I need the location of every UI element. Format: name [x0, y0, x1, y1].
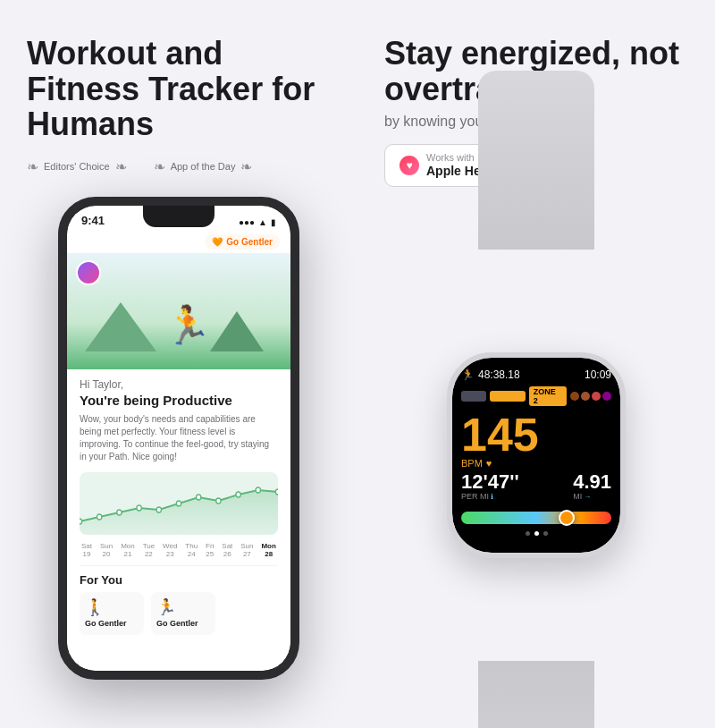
pace-value: 12'47'' [461, 472, 519, 492]
phone-content: Hi Taylor, You're being Productive Wow, … [67, 369, 290, 671]
watch-slider-area [461, 512, 611, 531]
signal-icon: ●●● [239, 217, 255, 227]
zone-dot-3 [592, 392, 601, 401]
app-of-day-label: App of the Day [171, 161, 236, 172]
watch-screen: 🏃 48:38.18 10:09 ZONE 2 [452, 358, 620, 553]
watch-mockup: 🏃 48:38.18 10:09 ZONE 2 [411, 205, 661, 706]
watch-stat-distance: 4.91 MI → [573, 472, 611, 501]
bpm-value: 145 [461, 411, 611, 458]
zone-dot-4 [602, 392, 611, 401]
phone-notch [143, 206, 214, 227]
distance-label: MI → [573, 492, 611, 501]
zone-dot-1 [570, 392, 579, 401]
watch-dot-3 [543, 531, 548, 536]
laurel-left-1: ❧ [27, 158, 38, 175]
watch-slider-handle [559, 510, 575, 526]
app-name-label: Go Gentler [226, 237, 273, 247]
card-icon-2: 🏃 [156, 597, 210, 617]
chart-date-sat26: Sat26 [222, 542, 232, 558]
svg-point-5 [176, 501, 181, 506]
svg-point-6 [197, 495, 201, 500]
badges-row: ❧ Editors' Choice ❧ ❧ App of the Day ❧ [27, 158, 252, 175]
app-of-day-badge: ❧ App of the Day ❧ [154, 158, 253, 175]
bpm-section: 145 BPM ♥ [461, 411, 611, 469]
phone-mockup: 9:41 ●●● ▲ ▮ 🧡 Go Gentler [58, 197, 299, 680]
watch-body: 🏃 48:38.18 10:09 ZONE 2 [447, 352, 626, 558]
watch-slider-track [461, 512, 611, 524]
phone-screen: 9:41 ●●● ▲ ▮ 🧡 Go Gentler [67, 206, 290, 671]
activity-chart [80, 472, 278, 535]
for-you-card-2: 🏃 Go Gentler [151, 592, 215, 635]
svg-point-7 [216, 498, 221, 504]
run-icon: 🏃 [461, 368, 475, 381]
editors-choice-label: Editors' Choice [44, 161, 110, 172]
phone-container: 9:41 ●●● ▲ ▮ 🧡 Go Gentler [36, 197, 322, 710]
svg-point-2 [117, 510, 122, 515]
for-you-title: For You [80, 573, 278, 587]
watch-top-row: 🏃 48:38.18 10:09 [461, 368, 611, 381]
for-you-cards: 🚶 Go Gentler 🏃 Go Gentler [80, 592, 278, 635]
avatar [76, 260, 101, 285]
chart-area [80, 472, 278, 535]
watch-container: 🏃 48:38.18 10:09 ZONE 2 [384, 205, 688, 710]
productive-title: You're being Productive [80, 393, 278, 408]
zone-dots-right [570, 392, 611, 401]
bpm-heart-icon: ♥ [486, 458, 492, 469]
watch-clock: 10:09 [585, 368, 611, 381]
laurel-right-1: ❧ [115, 158, 127, 175]
chart-date-sun27: Sun27 [240, 542, 253, 558]
chart-date-sun20: Sun20 [100, 542, 113, 558]
zone-seg-1 [461, 391, 486, 402]
chart-dates: Sat19 Sun20 Mon21 Tue22 Wed23 Thu24 Fri2… [80, 542, 278, 558]
pace-label-text: PER MI [461, 492, 489, 501]
distance-label-text: MI [573, 492, 582, 501]
phone-time: 9:41 [81, 214, 105, 227]
svg-point-3 [137, 505, 141, 511]
chart-date-mon21: Mon21 [121, 542, 135, 558]
zone-label: ZONE 2 [529, 386, 567, 406]
mountain-left [85, 302, 156, 351]
zone-dot-2 [581, 392, 590, 401]
watch-stats-row: 12'47'' PER MI ℹ 4.91 MI → [461, 472, 611, 501]
chart-date-fri25: Fri25 [206, 542, 214, 558]
chart-date-thu24: Thu24 [185, 542, 198, 558]
zone-bar: ZONE 2 [461, 386, 611, 406]
watch-band-top [478, 71, 594, 250]
svg-point-10 [275, 489, 278, 495]
apple-health-heart-icon: ♥ [400, 156, 419, 175]
phone-app-header: 🧡 Go Gentler [67, 231, 290, 253]
mountain-right [210, 311, 264, 351]
watch-stat-pace: 12'47'' PER MI ℹ [461, 472, 519, 501]
watch-run-info: 🏃 48:38.18 [461, 368, 520, 381]
chart-date-mon28: Mon28 [261, 542, 275, 558]
bpm-unit: BPM [461, 458, 483, 469]
pace-info-icon: ℹ [491, 493, 493, 501]
for-you-section: For You 🚶 Go Gentler 🏃 Go Gentler [80, 565, 278, 635]
status-icons: ●●● ▲ ▮ [239, 217, 276, 227]
app-heart-icon: 🧡 [212, 237, 223, 247]
chart-date-sat19: Sat19 [81, 542, 92, 558]
run-duration: 48:38.18 [478, 368, 520, 381]
svg-point-0 [80, 519, 82, 524]
watch-band-bottom [478, 661, 594, 728]
svg-point-8 [236, 492, 240, 497]
watch-dot-2 [534, 531, 539, 536]
right-panel: Stay energized, not overtrained by knowi… [358, 0, 715, 728]
editors-choice-badge: ❧ Editors' Choice ❧ [27, 158, 127, 175]
chart-date-tue22: Tue22 [143, 542, 156, 558]
svg-point-4 [156, 507, 161, 512]
svg-point-1 [97, 514, 102, 520]
chart-date-wed23: Wed23 [163, 542, 177, 558]
distance-arrow-icon: → [584, 493, 591, 501]
svg-point-9 [256, 487, 260, 493]
app-logo-tag: 🧡 Go Gentler [205, 234, 280, 250]
card-icon-1: 🚶 [85, 597, 139, 617]
card-title-1: Go Gentler [85, 619, 139, 628]
wifi-icon: ▲ [258, 217, 267, 227]
zone-seg-active [490, 391, 526, 402]
watch-dot-1 [526, 531, 530, 536]
phone-illustration: 🏃 [67, 253, 290, 369]
card-title-2: Go Gentler [156, 619, 210, 628]
laurel-left-2: ❧ [154, 158, 165, 175]
left-headline: Workout and Fitness Tracker for Humans [27, 36, 331, 142]
